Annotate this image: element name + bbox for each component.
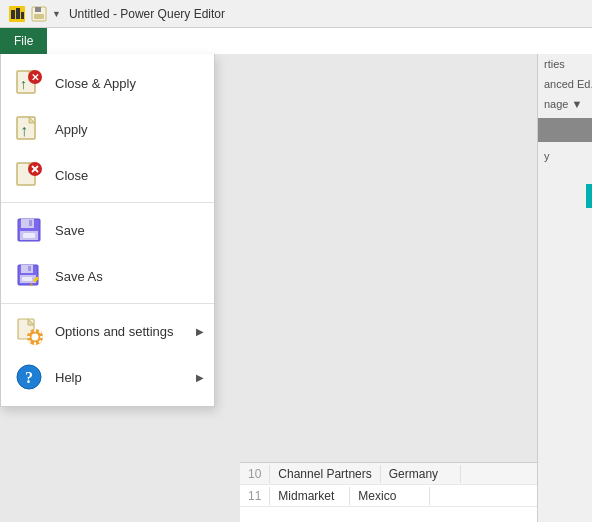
menu-item-save-label: Save: [55, 223, 85, 238]
table-row: 11 Midmarket Mexico: [240, 485, 537, 507]
svg-rect-21: [21, 219, 34, 228]
menu-item-close-apply-label: Close & Apply: [55, 76, 136, 91]
table-row: 10 Channel Partners Germany: [240, 463, 537, 485]
svg-rect-2: [16, 8, 20, 19]
svg-rect-36: [34, 329, 36, 332]
svg-rect-37: [34, 342, 36, 345]
svg-text:↑: ↑: [20, 76, 27, 92]
right-panel-item-4: y: [538, 146, 592, 166]
title-bar-title: Untitled - Power Query Editor: [69, 7, 225, 21]
menu-item-options[interactable]: Options and settings ▶: [1, 308, 214, 354]
save-as-icon: [13, 260, 45, 292]
menu-item-save-as[interactable]: Save As: [1, 253, 214, 299]
right-panel-item-3: nage ▼: [538, 94, 592, 114]
title-bar-icons: ▼: [8, 5, 61, 23]
quick-access-arrow[interactable]: ▼: [52, 9, 61, 19]
apply-icon: ↑: [13, 113, 45, 145]
file-menu: ✕ ↑ Close & Apply ↑ Apply: [0, 54, 215, 407]
svg-rect-22: [29, 220, 32, 226]
svg-point-35: [32, 334, 39, 341]
ribbon: File: [0, 28, 592, 54]
menu-item-close[interactable]: Close: [1, 152, 214, 198]
right-panel: rties anced Ed... nage ▼ y: [537, 54, 592, 522]
bottom-table: 10 Channel Partners Germany 11 Midmarket…: [240, 462, 537, 522]
right-panel-item-1: rties: [538, 54, 592, 74]
svg-rect-3: [21, 12, 24, 19]
options-icon: [13, 315, 45, 347]
close-icon: [13, 159, 45, 191]
menu-divider-1: [1, 202, 214, 203]
file-tab[interactable]: File: [0, 28, 47, 54]
save-icon: [13, 214, 45, 246]
gray-bar: [538, 118, 592, 142]
table-cell-col1-11: Midmarket: [270, 487, 350, 505]
save-quick-icon[interactable]: [30, 5, 48, 23]
menu-item-close-label: Close: [55, 168, 88, 183]
svg-rect-38: [27, 336, 30, 338]
menu-item-close-apply[interactable]: ✕ ↑ Close & Apply: [1, 60, 214, 106]
teal-accent-bar: [586, 184, 592, 208]
help-submenu-arrow: ▶: [196, 372, 204, 383]
right-panel-item-2: anced Ed...: [538, 74, 592, 94]
menu-item-help[interactable]: ? Help ▶: [1, 354, 214, 400]
svg-rect-24: [23, 233, 35, 238]
options-submenu-arrow: ▶: [196, 326, 204, 337]
menu-item-apply-label: Apply: [55, 122, 88, 137]
menu-item-options-label: Options and settings: [55, 324, 174, 339]
svg-text:?: ?: [25, 369, 33, 386]
row-number-10: 10: [240, 465, 270, 483]
svg-rect-29: [22, 277, 32, 281]
menu-item-help-label: Help: [55, 370, 82, 385]
svg-rect-5: [35, 7, 41, 12]
svg-rect-1: [11, 10, 15, 19]
menu-item-apply[interactable]: ↑ Apply: [1, 106, 214, 152]
table-cell-col1-10: Channel Partners: [270, 465, 380, 483]
svg-rect-27: [28, 266, 31, 271]
row-number-11: 11: [240, 487, 270, 505]
svg-text:↑: ↑: [20, 122, 28, 139]
menu-item-save-as-label: Save As: [55, 269, 103, 284]
svg-text:✕: ✕: [31, 72, 39, 83]
svg-rect-26: [21, 265, 33, 273]
table-cell-col2-10: Germany: [381, 465, 461, 483]
svg-rect-6: [34, 14, 44, 19]
app-icon: [8, 5, 26, 23]
title-bar: ▼ Untitled - Power Query Editor: [0, 0, 592, 28]
help-icon: ?: [13, 361, 45, 393]
menu-divider-2: [1, 303, 214, 304]
table-cell-col2-11: Mexico: [350, 487, 430, 505]
menu-item-save[interactable]: Save: [1, 207, 214, 253]
svg-rect-39: [40, 336, 43, 338]
close-apply-icon: ✕ ↑: [13, 67, 45, 99]
